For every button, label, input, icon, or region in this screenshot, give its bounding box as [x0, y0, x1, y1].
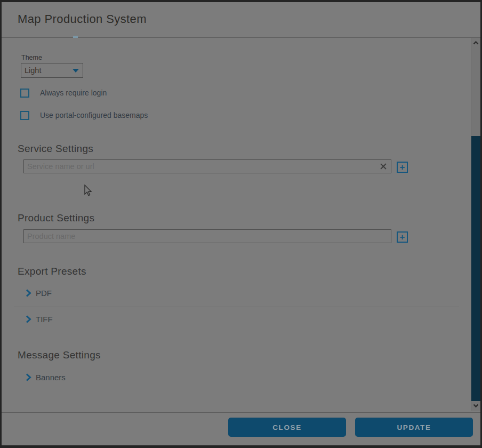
plus-icon-glyph: + — [400, 163, 405, 172]
banners-row[interactable]: Banners — [26, 373, 66, 382]
add-service-button[interactable]: + — [397, 162, 408, 173]
vertical-scrollbar[interactable] — [471, 38, 480, 411]
export-preset-tiff-label: TIFF — [36, 315, 53, 324]
product-name-input[interactable] — [23, 229, 391, 243]
close-button[interactable]: CLOSE — [228, 418, 346, 437]
checkbox-portal-basemaps[interactable] — [20, 111, 29, 120]
theme-select[interactable]: Light — [21, 63, 83, 78]
dropdown-caret-icon — [73, 69, 79, 73]
dialog-title: Map Production System — [18, 12, 147, 26]
scroll-up-icon[interactable] — [472, 39, 479, 46]
scrollbar-thumb[interactable] — [471, 136, 480, 401]
chevron-right-icon — [26, 289, 31, 297]
window-border-top — [0, 0, 482, 2]
service-name-input[interactable] — [23, 159, 391, 173]
window-border-left — [0, 0, 2, 448]
footer-divider — [2, 412, 480, 413]
window-border-bottom — [0, 445, 482, 448]
checkbox-label-portal-basemaps[interactable]: Use portal-configured basemaps — [40, 111, 148, 119]
mouse-pointer-icon — [84, 185, 92, 196]
export-preset-pdf-row[interactable]: PDF — [26, 289, 52, 298]
message-settings-heading: Message Settings — [18, 349, 101, 361]
export-preset-pdf-label: PDF — [36, 289, 52, 298]
clear-service-input-icon[interactable] — [380, 163, 387, 170]
theme-selected-value: Light — [25, 63, 41, 77]
checkbox-always-require-login[interactable] — [20, 89, 29, 98]
map-production-system-dialog: Map Production System Theme Light Always… — [0, 0, 482, 448]
chevron-right-icon — [26, 373, 31, 381]
product-settings-heading: Product Settings — [18, 212, 94, 224]
update-button[interactable]: UPDATE — [355, 418, 473, 437]
chevron-right-icon — [26, 315, 31, 323]
banners-label: Banners — [36, 373, 66, 382]
export-presets-heading: Export Presets — [18, 266, 86, 277]
scroll-down-icon[interactable] — [472, 402, 479, 409]
preset-divider — [14, 307, 459, 307]
clipped-scrolled-element — [73, 36, 78, 38]
service-settings-heading: Service Settings — [18, 143, 93, 155]
theme-label: Theme — [21, 54, 42, 61]
plus-icon-glyph: + — [400, 233, 405, 242]
add-product-button[interactable]: + — [397, 231, 408, 243]
export-preset-tiff-row[interactable]: TIFF — [26, 315, 53, 324]
checkbox-label-always-require-login[interactable]: Always require login — [40, 89, 107, 97]
